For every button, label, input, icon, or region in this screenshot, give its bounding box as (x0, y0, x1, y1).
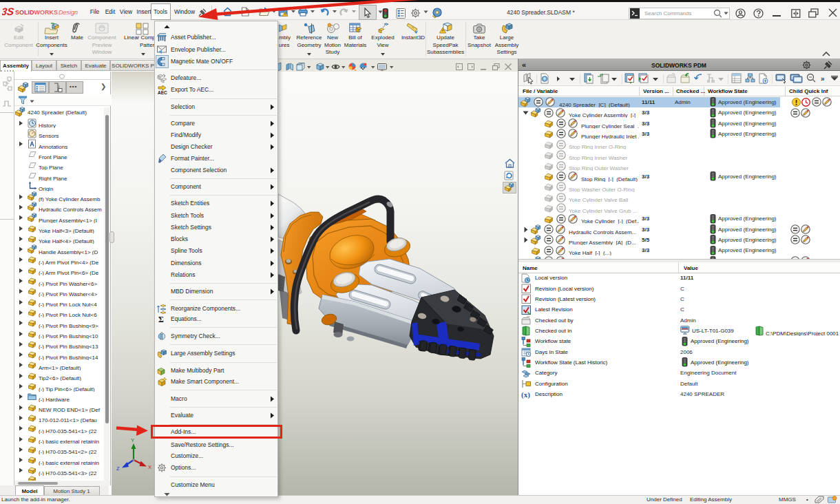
svg-text:Y: Y (131, 437, 134, 443)
svg-text:»: » (821, 75, 825, 83)
svg-text:AEC: AEC (158, 90, 167, 95)
svg-text:(x): (x) (521, 390, 530, 399)
svg-text:Z: Z (116, 465, 120, 472)
svg-text:X: X (148, 464, 151, 470)
